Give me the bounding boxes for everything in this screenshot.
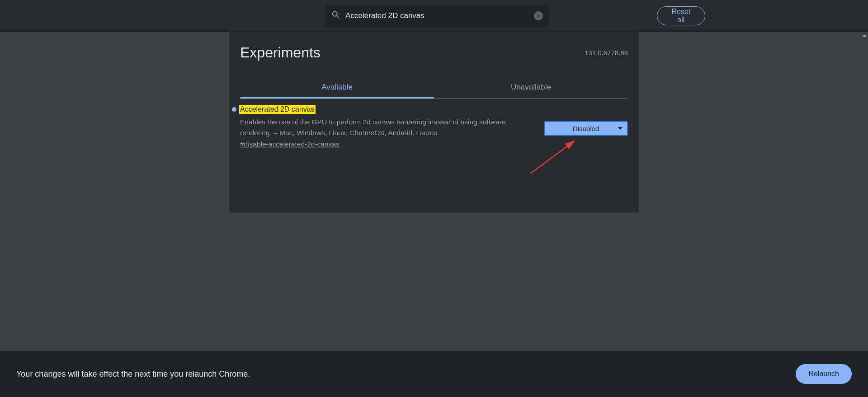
experiments-panel: Experiments 131.0.6778.86 Available Unav… <box>229 32 639 213</box>
flag-hash-link[interactable]: #disable-accelerated-2d-canvas <box>240 140 340 148</box>
page-title: Experiments <box>240 44 321 61</box>
tab-available[interactable]: Available <box>240 76 434 98</box>
modified-dot-icon <box>232 107 236 112</box>
search-icon <box>331 10 341 22</box>
tab-unavailable[interactable]: Unavailable <box>434 76 628 98</box>
reset-all-button[interactable]: Reset all <box>657 6 705 25</box>
version-text: 131.0.6778.86 <box>585 49 628 57</box>
scrollbar-track[interactable] <box>861 32 868 351</box>
search-input[interactable] <box>345 11 529 20</box>
scroll-up-icon[interactable] <box>862 34 867 37</box>
relaunch-button[interactable]: Relaunch <box>796 364 852 384</box>
header-bar: Reset all <box>0 0 868 32</box>
restart-bar: Your changes will take effect the next t… <box>0 351 868 397</box>
clear-search-icon[interactable] <box>534 11 543 20</box>
flag-select-wrap: Disabled <box>544 121 628 136</box>
flag-description: Enables the use of the GPU to perform 2d… <box>240 117 511 138</box>
search-box[interactable] <box>326 5 548 27</box>
tabs: Available Unavailable <box>240 76 628 99</box>
flag-title: Accelerated 2D canvas <box>239 105 316 114</box>
restart-message: Your changes will take effect the next t… <box>16 369 250 379</box>
flag-state-select[interactable]: Disabled <box>544 121 628 136</box>
flag-row: Accelerated 2D canvas Enables the use of… <box>240 99 628 148</box>
